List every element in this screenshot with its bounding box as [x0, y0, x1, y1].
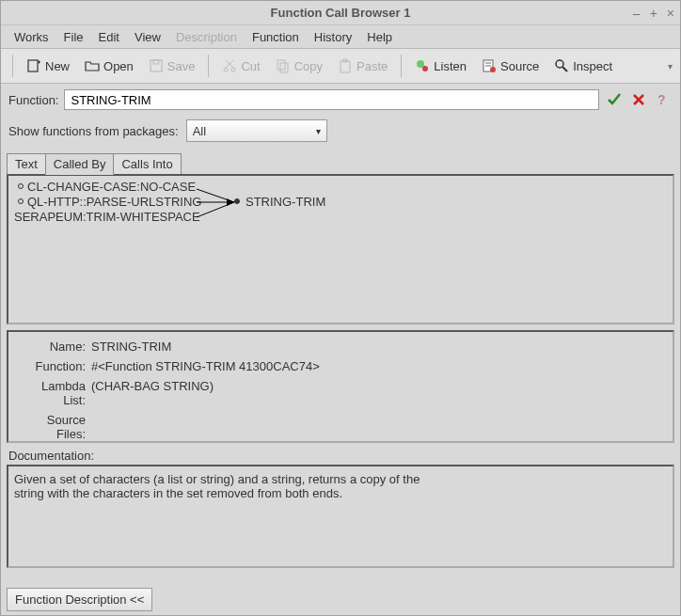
menu-function[interactable]: Function — [246, 28, 305, 46]
lambda-value: (CHAR-BAG STRING) — [91, 379, 214, 407]
cancel-button[interactable] — [629, 90, 648, 109]
chevron-down-icon: ▾ — [316, 126, 321, 136]
function-obj-label: Function: — [16, 359, 91, 373]
svg-rect-11 — [340, 61, 350, 72]
listen-icon — [415, 58, 430, 73]
svg-point-6 — [231, 68, 235, 71]
menu-view[interactable]: View — [129, 28, 166, 46]
svg-text:?: ? — [657, 92, 666, 107]
documentation-panel: Given a set of characters (a list or str… — [7, 465, 674, 568]
svg-rect-10 — [280, 63, 288, 72]
listen-button[interactable]: Listen — [409, 55, 472, 77]
menu-description: Description — [170, 28, 243, 46]
confirm-button[interactable] — [605, 90, 624, 109]
inspect-icon — [554, 58, 569, 73]
svg-point-14 — [422, 66, 428, 71]
help-icon: ? — [656, 92, 671, 107]
svg-marker-25 — [227, 198, 234, 206]
packages-value: All — [193, 124, 206, 138]
titlebar: Function Call Browser 1 – + × — [1, 1, 680, 25]
paste-icon — [338, 58, 353, 73]
tab-called-by[interactable]: Called By — [45, 153, 115, 175]
name-label: Name: — [16, 340, 91, 354]
inspect-button[interactable]: Inspect — [548, 55, 618, 77]
new-button[interactable]: New — [21, 55, 75, 77]
maximize-icon[interactable]: + — [650, 6, 657, 21]
function-label: Function: — [8, 93, 58, 107]
function-input[interactable] — [64, 89, 599, 110]
toolbar-overflow-icon[interactable]: ▾ — [668, 61, 673, 71]
packages-select[interactable]: All ▾ — [186, 119, 327, 142]
toolbar: New Open Save Cut Copy Paste Listen — [1, 48, 680, 84]
function-row: Function: ? — [1, 84, 680, 116]
packages-label: Show functions from packages: — [8, 124, 179, 138]
svg-rect-0 — [28, 60, 38, 71]
tabs: Text Called By Calls Into — [1, 146, 680, 175]
new-icon — [26, 58, 41, 73]
bottom-bar: Function Description << — [1, 584, 680, 615]
svg-point-18 — [490, 67, 496, 72]
menu-works[interactable]: Works — [8, 28, 55, 46]
help-button[interactable]: ? — [654, 90, 673, 109]
save-icon — [149, 58, 164, 73]
source-button[interactable]: Source — [476, 55, 545, 77]
svg-point-13 — [417, 60, 424, 68]
open-icon — [85, 58, 100, 73]
svg-rect-9 — [277, 60, 285, 70]
call-graph-panel: CL-CHANGE-CASE:NO-CASE QL-HTTP::PARSE-UR… — [7, 174, 674, 324]
graph-edges — [8, 176, 673, 323]
function-obj-value: #<Function STRING-TRIM 41300CAC74> — [91, 359, 320, 373]
source-label: Source Files: — [16, 413, 91, 441]
tab-calls-into[interactable]: Calls Into — [113, 153, 181, 175]
source-icon — [482, 58, 497, 73]
svg-point-19 — [556, 60, 563, 68]
copy-icon — [276, 58, 291, 73]
name-value: STRING-TRIM — [91, 340, 171, 354]
minimize-icon[interactable]: – — [633, 6, 641, 21]
svg-rect-3 — [150, 60, 162, 71]
details-panel: Name: STRING-TRIM Function: #<Function S… — [7, 330, 674, 443]
window-controls: – + × — [633, 1, 674, 24]
close-icon[interactable]: × — [667, 6, 674, 21]
menu-edit[interactable]: Edit — [93, 28, 125, 46]
menubar: Works File Edit View Description Functio… — [1, 25, 680, 48]
lambda-label: Lambda List: — [16, 379, 91, 407]
documentation-text: Given a set of characters (a list or str… — [14, 472, 428, 500]
save-button: Save — [143, 55, 201, 77]
function-description-button[interactable]: Function Description << — [7, 588, 152, 611]
packages-row: Show functions from packages: All ▾ — [1, 116, 680, 146]
check-icon — [607, 92, 622, 107]
cut-button: Cut — [216, 55, 265, 77]
paste-button: Paste — [332, 55, 393, 77]
documentation-label: Documentation: — [1, 449, 680, 465]
tab-text[interactable]: Text — [7, 153, 46, 175]
window-title: Function Call Browser 1 — [271, 6, 411, 20]
window: Function Call Browser 1 – + × Works File… — [0, 0, 681, 616]
cut-icon — [222, 58, 237, 73]
menu-history[interactable]: History — [309, 28, 357, 46]
menu-file[interactable]: File — [58, 28, 89, 46]
open-button[interactable]: Open — [79, 55, 139, 77]
svg-line-20 — [562, 67, 567, 71]
copy-button: Copy — [270, 55, 328, 77]
x-icon — [631, 92, 646, 107]
menu-help[interactable]: Help — [361, 28, 398, 46]
svg-point-5 — [224, 68, 228, 71]
